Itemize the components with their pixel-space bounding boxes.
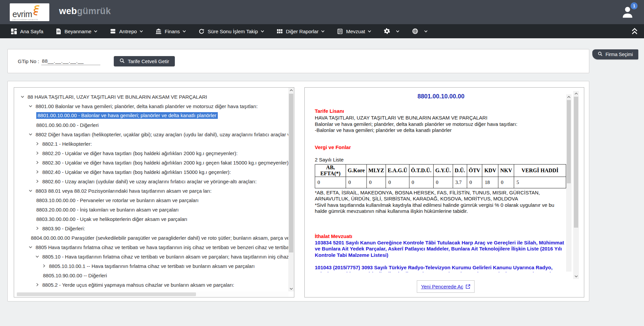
tree-node[interactable]: 8802.20 - Uçaklar ve diğer hava taşıtlar…: [14, 148, 288, 158]
tariff-tree-panel: 88 HAVA TAŞITLARI, UZAY TAŞITLARI VE BUN…: [14, 87, 294, 297]
chevron-down-icon[interactable]: [20, 94, 25, 99]
bank-icon: [156, 29, 161, 34]
chevron-right-icon[interactable]: [35, 170, 40, 174]
user-icon: [621, 15, 635, 20]
document-icon: [56, 29, 61, 34]
nav-item-sure-sonu-islem-takip[interactable]: Süre Sonu İşlem Takip: [192, 24, 270, 38]
chevron-right-icon[interactable]: [35, 141, 40, 146]
chevron-right-icon[interactable]: [35, 160, 40, 165]
tax-table-value: 0: [366, 177, 386, 188]
tree-node[interactable]: 8802.1 - Helikopterler:: [14, 139, 288, 148]
chevron-down-icon[interactable]: [28, 188, 33, 193]
chevron-down-icon[interactable]: [28, 245, 33, 249]
tree-node[interactable]: 88 HAVA TAŞITLARI, UZAY TAŞITLARI VE BUN…: [14, 92, 288, 101]
scroll-up-icon[interactable]: [566, 94, 572, 100]
tree-node[interactable]: 8801.00.90.00.00 - Diğerleri: [14, 120, 288, 130]
chevron-down-icon[interactable]: [28, 132, 33, 137]
tree-node-label: 8803.30.00.00.00 - Uçak ve helikopterler…: [36, 216, 187, 222]
nav-item-diger-raporlar[interactable]: Diğer Raporlar: [270, 24, 331, 38]
nav-item-label: Ana Sayfa: [20, 29, 43, 34]
detail-outer-scrollbar[interactable]: [573, 91, 579, 279]
detail-content: 8801.00.10.00.00 Tarife Lisanı HAVA TAŞI…: [305, 88, 567, 272]
nav-item-label: Süre Sonu İşlem Takip: [208, 29, 258, 34]
tree-node-label: 8802 Diğer hava taşıtları (helikopterler…: [36, 132, 288, 137]
tree-node[interactable]: 8805 Hava taşıtlarını fırlatma cihaz ve …: [14, 242, 288, 252]
tree-node-label: 8802.20 - Uçaklar ve diğer hava taşıtlar…: [42, 150, 238, 156]
chevron-right-icon[interactable]: [35, 151, 40, 155]
scroll-up-icon[interactable]: [288, 88, 294, 93]
tree-node[interactable]: 8803 88.01 veya 88.02 Pozisyonlarındaki …: [14, 186, 288, 195]
tree-node[interactable]: 8805.10 - Hava taşıtlarının fırlatma cih…: [14, 252, 288, 261]
tree-node[interactable]: 8801.00 Balonlar ve hava gemileri; planö…: [14, 101, 288, 111]
tree-node[interactable]: 8805.10.10.00.1 -- Hava taşıtlarının fır…: [14, 261, 288, 271]
user-menu[interactable]: 1: [621, 5, 635, 20]
tree-node[interactable]: 8802 Diğer hava taşıtları (helikopterler…: [14, 130, 288, 139]
nav-item-ana-sayfa[interactable]: Ana Sayfa: [5, 24, 50, 38]
search-icon: [119, 58, 125, 64]
chevron-down-icon[interactable]: [35, 254, 40, 259]
chevron-right-icon[interactable]: [35, 179, 40, 184]
notification-badge: 1: [631, 2, 638, 9]
tree-node[interactable]: 8801.00.10.00.00 - Balonlar ve hava gemi…: [14, 111, 288, 120]
tree-vertical-scrollbar[interactable]: [288, 88, 294, 291]
tree-node-label: 88 HAVA TAŞITLARI, UZAY TAŞITLARI VE BUN…: [28, 94, 207, 100]
mevzuat-link[interactable]: 103834 5201 Sayılı Kanun Gereğince Kontr…: [315, 240, 565, 259]
tree-node-label: 8802.30 - Uçaklar ve diğer hava taşıtlar…: [42, 160, 288, 166]
collapse-nav-icon[interactable]: [631, 27, 639, 37]
grid-icon: [277, 29, 283, 34]
tree-node-label: 8801.00 Balonlar ve hava gemileri; planö…: [36, 103, 258, 109]
scroll-down-icon[interactable]: [288, 286, 294, 291]
tree-node[interactable]: 8803.20.00.00.00 - İniş takımları ve bun…: [14, 205, 288, 214]
tax-table-header: E.A.G.Ü: [386, 164, 409, 177]
search-icon: [598, 51, 603, 57]
tree-node[interactable]: 8805.2 - Yerde uçus eğitimi yapmaya mahs…: [14, 280, 288, 289]
open-new-window-button[interactable]: Yeni Pencerede Aç: [417, 280, 475, 293]
chevron-right-icon[interactable]: [35, 282, 40, 287]
nav-item-settings[interactable]: [378, 24, 406, 38]
tree-node[interactable]: 8803.90 - Diğerleri:: [14, 224, 288, 233]
scroll-up-icon[interactable]: [573, 91, 579, 96]
tax-table-value: 0: [433, 177, 453, 188]
tax-table-value: 0: [386, 177, 409, 188]
evrim-logo: evrim yazılım&danışmanlık: [10, 3, 49, 21]
mevzuat-link[interactable]: 101043 (2015/7757) 3093 Sayılı Türkiye R…: [315, 265, 565, 272]
tree-node[interactable]: 8803.30.00.00.00 - Uçak ve helikopterler…: [14, 214, 288, 224]
tax-table-value: 0: [315, 177, 346, 188]
tax-table-value: 5: [514, 177, 566, 188]
chevron-down-icon: [94, 30, 97, 33]
tax-table-header: AB, EFTA(*): [315, 164, 346, 177]
tree-horizontal-scrollbar[interactable]: [17, 291, 288, 297]
tree-node[interactable]: 8804.00.00.00.00 Paraşütler (sevkedilebi…: [14, 233, 288, 242]
firma-secimi-button[interactable]: Firma Seçimi: [592, 49, 638, 59]
tarife-cetveli-getir-button[interactable]: Tarife Cetveli Getir: [114, 56, 175, 66]
scroll-down-icon[interactable]: [573, 274, 579, 279]
gear-icon: [384, 28, 390, 34]
chevron-right-icon[interactable]: [42, 264, 46, 268]
tarife-line: Balonlar ve hava gemileri; planörler, de…: [315, 121, 567, 128]
external-link-icon: [465, 284, 470, 289]
chevron-down-icon[interactable]: [28, 104, 33, 108]
nav-item-antrepo[interactable]: Antrepo: [104, 24, 149, 38]
tax-table-header: D.Ü.: [453, 164, 467, 177]
tree-node[interactable]: 8803.10.00.00.00 - Pervaneler ve rotorla…: [14, 195, 288, 205]
nav-item-mevzuat[interactable]: Mevzuat: [331, 24, 378, 38]
gtip-input[interactable]: [41, 57, 100, 65]
chevron-down-icon: [183, 30, 186, 33]
chevron-right-icon[interactable]: [35, 226, 40, 231]
nav-item-language[interactable]: [406, 24, 434, 38]
tree-node[interactable]: 8805.10.90.00.00 -- Diğerleri: [14, 271, 288, 280]
tree-node[interactable]: 8802.60 - Uzay araçları (uydular dahil) …: [14, 177, 288, 186]
tree-node-label: 8805.10.90.00.00 -- Diğerleri: [43, 273, 107, 278]
tax-table: AB, EFTA(*)G.KoreMLYZE.A.G.ÜÖ.T.D.Ü.G.Y.…: [315, 164, 566, 188]
gtip-label: GTip No :: [18, 58, 39, 64]
nav-item-beyanname[interactable]: Beyanname: [50, 24, 104, 38]
chevron-down-icon: [321, 30, 325, 33]
nav-item-finans[interactable]: Finans: [149, 24, 192, 38]
detail-inner-scrollbar[interactable]: [566, 94, 572, 272]
globe-icon: [412, 28, 418, 34]
tree-node[interactable]: 8802.30 - Uçaklar ve diğer hava taşıtlar…: [14, 158, 288, 167]
tax-table-value: 0: [346, 177, 367, 188]
tree-node[interactable]: 8802.40 - Uçaklar ve diğer hava taşıtlar…: [14, 167, 288, 177]
tree-node-label: 8803.10.00.00.00 - Pervaneler ve rotorla…: [36, 197, 199, 203]
tax-footnotes: *AB, EFTA, İSRAİL, MAKEDONYA, BOSNA HERS…: [315, 190, 560, 215]
